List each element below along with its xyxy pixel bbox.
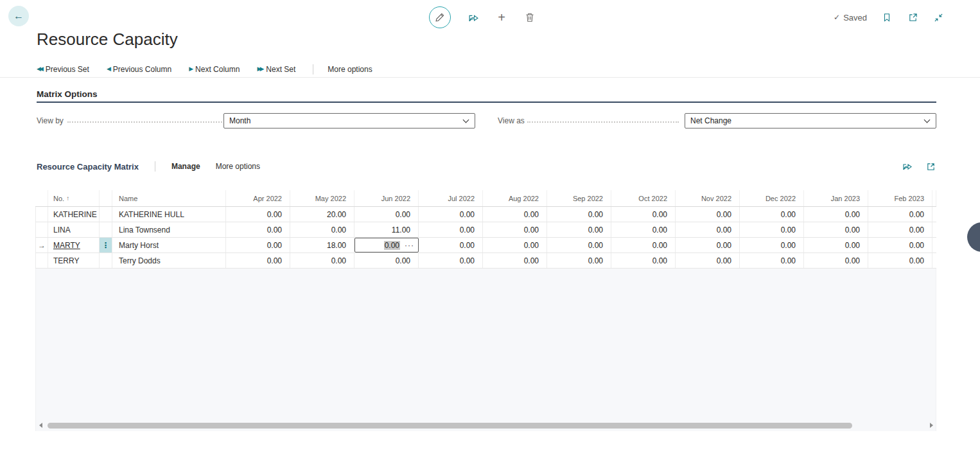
table-row[interactable]: KATHERINEKATHERINE HULL0.0020.000.000.00… — [35, 207, 936, 222]
value-cell[interactable]: 0.00 — [354, 253, 419, 268]
share-button[interactable] — [468, 12, 479, 23]
focused-value-cell[interactable]: 0.00··· — [354, 238, 419, 252]
value-cell[interactable]: 0.00 — [676, 253, 740, 268]
header-month-cell[interactable]: Nov 2022 — [676, 190, 740, 206]
row-no-text[interactable]: MARTY — [53, 241, 80, 250]
value-cell[interactable]: 20.00 — [290, 207, 354, 222]
row-select-cell[interactable] — [35, 222, 48, 237]
value-cell[interactable]: 0.00 — [290, 222, 354, 237]
new-button[interactable]: + — [496, 12, 507, 23]
table-row[interactable]: TERRYTerry Dodds0.000.000.000.000.000.00… — [35, 253, 936, 269]
side-panel-handle[interactable] — [967, 222, 980, 252]
value-cell[interactable]: 0.00 — [740, 238, 804, 252]
value-cell[interactable]: 0.00 — [483, 238, 547, 252]
header-no-cell[interactable]: No. ↑ — [48, 190, 100, 206]
edit-mode-button[interactable] — [429, 6, 451, 28]
value-cell[interactable]: 0.00 — [611, 238, 676, 252]
value-cell[interactable]: 0.00 — [740, 253, 804, 268]
value-cell[interactable]: 0.00 — [547, 238, 611, 252]
next-set-button[interactable]: ▶▶ Next Set — [257, 65, 295, 74]
value-cell[interactable]: 0.00 — [868, 222, 932, 237]
scroll-left-button[interactable] — [37, 422, 44, 429]
header-month-cell[interactable]: Jan 2023 — [804, 190, 868, 206]
value-cell[interactable]: 0.00 — [419, 238, 483, 252]
header-month-cell[interactable]: Jun 2022 — [354, 190, 419, 206]
header-name-cell[interactable]: Name — [112, 190, 226, 206]
manage-button[interactable]: Manage — [171, 162, 200, 171]
value-cell[interactable]: 0.00 — [419, 253, 483, 268]
value-cell[interactable]: 0.00 — [290, 253, 354, 268]
value-cell[interactable]: 0.00 — [354, 207, 419, 222]
row-no-cell[interactable]: LINA — [48, 222, 100, 237]
value-cell[interactable]: 0.00 — [547, 222, 611, 237]
open-in-new-window-button[interactable] — [907, 12, 918, 23]
value-cell[interactable]: 0.00 — [804, 222, 868, 237]
row-select-cell[interactable]: → — [35, 238, 48, 252]
previous-column-button[interactable]: ◀ Previous Column — [107, 65, 171, 74]
matrix-expand-button[interactable] — [925, 161, 936, 172]
back-button[interactable]: ← — [8, 6, 29, 26]
value-cell[interactable]: 0.00 — [804, 207, 868, 222]
row-name-cell[interactable]: KATHERINE HULL — [112, 207, 226, 222]
assist-edit-icon[interactable]: ··· — [405, 241, 414, 250]
header-month-cell[interactable]: Dec 2022 — [740, 190, 804, 206]
header-month-cell[interactable]: Apr 2022 — [226, 190, 290, 206]
matrix-share-button[interactable] — [902, 161, 913, 172]
header-month-cell[interactable]: Oct 2022 — [611, 190, 676, 206]
row-no-cell[interactable]: TERRY — [48, 253, 100, 268]
scrollbar-track[interactable] — [44, 422, 928, 429]
value-cell[interactable]: 0.00 — [676, 238, 740, 252]
row-name-cell[interactable]: Terry Dodds — [112, 253, 226, 268]
value-cell[interactable]: 0.00 — [226, 253, 290, 268]
bookmark-button[interactable] — [881, 12, 893, 23]
value-cell[interactable]: 11.00 — [354, 222, 419, 237]
value-cell[interactable]: 0.00 — [676, 222, 740, 237]
value-cell[interactable]: 0.00 — [547, 253, 611, 268]
value-cell[interactable]: 0.00 — [226, 222, 290, 237]
horizontal-scrollbar[interactable] — [37, 421, 934, 429]
value-cell[interactable]: 0.00 — [226, 238, 290, 252]
value-cell[interactable]: 0.00 — [868, 238, 932, 252]
row-select-cell[interactable] — [35, 207, 48, 222]
row-select-cell[interactable] — [35, 253, 48, 268]
value-cell[interactable]: 0.00 — [419, 222, 483, 237]
row-no-cell[interactable]: MARTY — [48, 238, 100, 252]
value-cell[interactable]: 0.00 — [226, 207, 290, 222]
row-name-cell[interactable]: Lina Townsend — [112, 222, 226, 237]
next-column-button[interactable]: ▶ Next Column — [189, 65, 240, 74]
previous-set-button[interactable]: ◀◀ Previous Set — [37, 65, 89, 74]
scroll-right-button[interactable] — [928, 422, 934, 429]
value-cell[interactable]: 0.00 — [740, 207, 804, 222]
value-cell[interactable]: 0.00 — [483, 222, 547, 237]
header-month-cell[interactable]: Sep 2022 — [547, 190, 611, 206]
value-cell[interactable]: 0.00 — [868, 253, 932, 268]
value-cell[interactable]: 0.00 — [611, 207, 676, 222]
value-cell[interactable]: 0.00 — [419, 207, 483, 222]
delete-button[interactable] — [524, 12, 536, 23]
value-cell[interactable]: 18.00 — [290, 238, 354, 252]
table-row[interactable]: →MARTY⋮Marty Horst0.0018.000.00···0.000.… — [35, 238, 936, 253]
value-cell[interactable]: 0.00 — [611, 222, 676, 237]
value-cell[interactable]: 0.00 — [804, 238, 868, 252]
table-row[interactable]: LINALina Townsend0.000.0011.000.000.000.… — [35, 222, 936, 238]
value-cell[interactable]: 0.00 — [868, 207, 932, 222]
value-cell[interactable]: 0.00 — [611, 253, 676, 268]
value-cell[interactable]: 0.00 — [483, 207, 547, 222]
scrollbar-thumb[interactable] — [48, 423, 852, 429]
value-cell[interactable]: 0.00 — [804, 253, 868, 268]
header-month-cell[interactable]: Jul 2022 — [419, 190, 483, 206]
value-cell[interactable]: 0.00 — [676, 207, 740, 222]
matrix-more-options-button[interactable]: More options — [216, 162, 260, 171]
value-cell[interactable]: 0.00 — [483, 253, 547, 268]
header-month-cell[interactable]: Feb 2023 — [868, 190, 932, 206]
value-cell[interactable]: 0.00 — [547, 207, 611, 222]
row-name-cell[interactable]: Marty Horst — [112, 238, 226, 252]
view-as-select[interactable]: Net Change — [685, 113, 936, 128]
header-month-cell[interactable]: May 2022 — [290, 190, 354, 206]
value-cell[interactable]: 0.00 — [740, 222, 804, 237]
collapse-button[interactable] — [932, 12, 944, 23]
view-by-select[interactable]: Month — [223, 113, 475, 128]
row-menu-cell[interactable]: ⋮ — [100, 238, 112, 252]
more-options-button[interactable]: More options — [328, 65, 372, 74]
row-no-cell[interactable]: KATHERINE — [48, 207, 100, 222]
